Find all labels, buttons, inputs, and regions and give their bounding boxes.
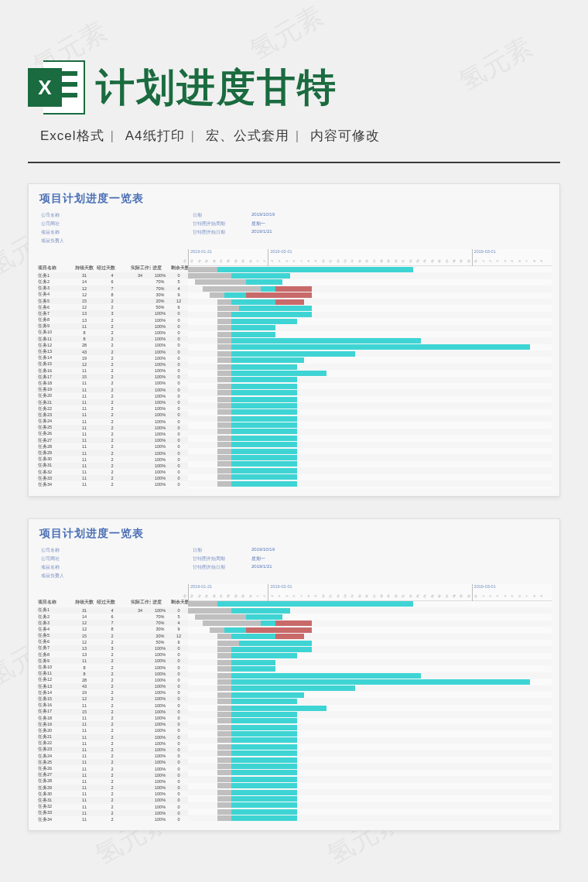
cell: 7 — [95, 620, 129, 626]
gantt-segment-gray — [217, 319, 232, 324]
cell: 11 — [74, 412, 95, 418]
cell: 100% — [151, 273, 169, 279]
gantt-segment-gray — [217, 634, 232, 639]
gantt-segment-gray — [217, 706, 232, 711]
gantt-segment-teal — [246, 614, 282, 620]
cell: 0 — [169, 804, 188, 809]
cell — [129, 357, 151, 358]
gantt-segment-teal — [231, 673, 420, 679]
gantt-segment-gray — [217, 474, 232, 480]
gantt-row — [188, 627, 552, 633]
table-row: 任务515220%12 — [36, 633, 188, 639]
cell: 任务32 — [36, 804, 74, 810]
gantt-segment-gray — [217, 416, 232, 422]
cell: 11 — [74, 715, 95, 720]
cell: 任务28 — [36, 778, 74, 785]
cell: 7 — [95, 285, 129, 291]
cell: 0 — [169, 709, 188, 714]
cell: 任务27 — [36, 772, 74, 778]
cell: 34 — [129, 607, 151, 613]
cell: 任务25 — [36, 759, 74, 765]
cell: 任务23 — [36, 412, 74, 418]
gantt-segment-gray — [217, 429, 232, 434]
cell: 19 — [74, 355, 95, 361]
gantt-segment-gray — [217, 692, 232, 698]
cell — [129, 446, 151, 447]
cell: 100% — [151, 425, 169, 430]
gantt-row — [188, 442, 552, 448]
cell: 2 — [95, 696, 129, 702]
cell: 100% — [151, 381, 169, 386]
cell: 0 — [169, 645, 188, 651]
cell: 100% — [151, 791, 169, 797]
cell: 15 — [74, 298, 95, 303]
gantt-segment-teal — [231, 692, 304, 698]
table-row: 任务19112100%0 — [36, 387, 188, 393]
cell: 8 — [74, 337, 95, 342]
cell: 任务20 — [36, 393, 74, 399]
cell: 100% — [151, 684, 169, 689]
sheet-title: 项目计划进度一览表 — [36, 190, 552, 210]
cell: 任务2 — [36, 279, 74, 285]
cell: 0 — [169, 456, 188, 462]
gantt-row — [188, 744, 552, 750]
cell: 3 — [95, 311, 129, 316]
cell: 任务8 — [36, 317, 74, 323]
cell: 9 — [169, 292, 188, 297]
gantt-segment-teal — [231, 325, 275, 330]
task-table: 项目名称持续天数经过天数实际工作天数进度剩余天数任务131434100%0任务2… — [36, 249, 188, 488]
cell: 100% — [151, 645, 169, 651]
cell — [129, 453, 151, 453]
cell: 100% — [151, 728, 169, 733]
gantt-row — [188, 350, 552, 357]
cell: 11 — [74, 482, 95, 487]
cell: 0 — [169, 760, 188, 765]
cell: 11 — [74, 381, 95, 386]
table-row: 任务22112100%0 — [36, 740, 188, 747]
cell: 0 — [169, 754, 188, 759]
cell: 2 — [95, 772, 129, 778]
cell: 0 — [169, 785, 188, 791]
gantt-segment-gray — [217, 409, 232, 415]
cell: 0 — [169, 463, 188, 468]
gantt-row — [188, 724, 552, 730]
cell — [129, 806, 151, 807]
cell — [129, 641, 151, 642]
cell: 31 — [74, 607, 95, 613]
gantt-segment-gray — [217, 744, 232, 750]
gantt-row — [188, 292, 552, 299]
gantt-segment-gray — [217, 306, 239, 311]
cell: 2 — [95, 633, 129, 638]
gantt-segment-teal — [231, 660, 275, 665]
cell: 任务21 — [36, 399, 74, 405]
gantt-row — [188, 795, 552, 802]
cell: 11 — [74, 419, 95, 424]
cell — [129, 819, 151, 819]
cell: 2 — [95, 810, 129, 815]
cell: 2 — [95, 665, 129, 670]
cell: 11 — [74, 722, 95, 727]
cell: 4 — [95, 273, 129, 279]
cell: 0 — [169, 330, 188, 335]
meta-row: 日期2019/10/19 — [193, 212, 275, 219]
table-header: 项目名称持续天数经过天数实际工作天数进度剩余天数 — [36, 249, 188, 272]
gantt-segment-teal — [224, 627, 246, 633]
cell — [129, 313, 151, 314]
cell: 2 — [95, 639, 129, 644]
cell: 2 — [95, 709, 129, 714]
table-row: 任务15122100%0 — [36, 361, 188, 368]
gantt-row — [188, 409, 552, 415]
gantt-row — [188, 757, 552, 763]
cell: 2 — [95, 387, 129, 392]
table-row: 任务34112100%0 — [36, 816, 188, 822]
gantt-row — [188, 783, 552, 789]
cell: 任务18 — [36, 380, 74, 386]
cell: 6 — [169, 305, 188, 310]
gantt-row — [188, 325, 552, 331]
cell: 0 — [169, 766, 188, 771]
cell: 任务11 — [36, 336, 74, 342]
cell: 任务3 — [36, 285, 74, 292]
cell: 2 — [95, 343, 129, 348]
gantt-segment-gray — [217, 764, 232, 769]
cell: 100% — [151, 355, 169, 361]
